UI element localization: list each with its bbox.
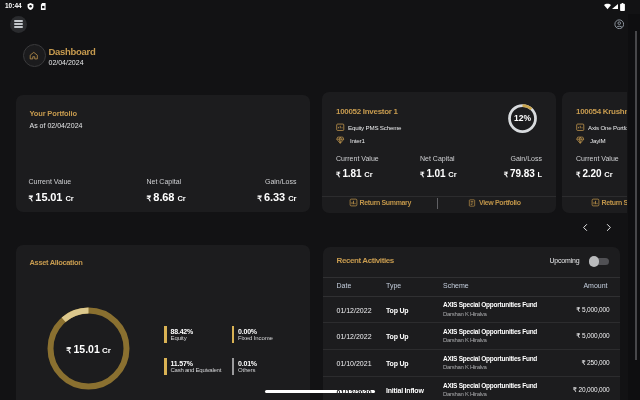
svg-text:12%: 12% <box>514 113 531 123</box>
svg-text:₹ 15.01 Cr: ₹ 15.01 Cr <box>66 342 111 354</box>
